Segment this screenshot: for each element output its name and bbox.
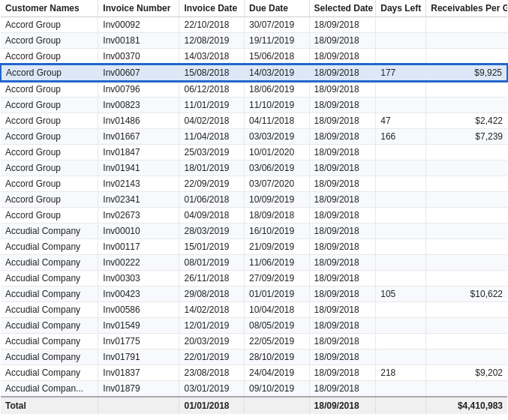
- cell-selected-date: 18/09/2018: [309, 381, 376, 398]
- cell-due-date: 04/11/2018: [245, 113, 310, 129]
- cell-receivables: [426, 318, 507, 334]
- table-row[interactable]: Accord GroupInv0267304/09/201818/09/2018…: [1, 208, 507, 224]
- header-receivables: Receivables Per Group: [426, 0, 507, 17]
- cell-invoice-date: 12/01/2019: [179, 318, 245, 334]
- cell-invoice-date: 14/02/2018: [179, 302, 245, 318]
- cell-receivables: [426, 17, 507, 33]
- cell-customer: Accord Group: [1, 145, 98, 160]
- footer-days-left: [376, 397, 426, 414]
- cell-days-left: 218: [376, 365, 426, 381]
- cell-selected-date: 18/09/2018: [309, 176, 376, 192]
- cell-days-left: [376, 350, 426, 365]
- cell-selected-date: 18/09/2018: [309, 271, 376, 286]
- table-row[interactable]: Accudial CompanyInv0177520/03/201922/05/…: [1, 334, 507, 350]
- cell-receivables: [426, 239, 507, 255]
- cell-receivables: [426, 255, 507, 271]
- cell-customer: Accudial Company: [1, 239, 98, 255]
- cell-invoice-date: 15/01/2019: [179, 239, 245, 255]
- cell-selected-date: 18/09/2018: [309, 208, 376, 224]
- table-row[interactable]: Accudial CompanyInv0154912/01/201908/05/…: [1, 318, 507, 334]
- cell-receivables: [426, 208, 507, 224]
- table-row[interactable]: Accudial CompanyInv0022208/01/201911/06/…: [1, 255, 507, 271]
- cell-days-left: [376, 176, 426, 192]
- cell-due-date: 19/11/2019: [245, 33, 310, 49]
- cell-invoice-num: Inv00092: [98, 17, 179, 33]
- table-row[interactable]: Accord GroupInv0018112/08/201919/11/2019…: [1, 33, 507, 49]
- table-row[interactable]: Accudial CompanyInv0030326/11/201827/09/…: [1, 271, 507, 286]
- table-row[interactable]: Accord GroupInv0037014/03/201815/06/2018…: [1, 49, 507, 65]
- table-row[interactable]: Accudial CompanyInv0042329/08/201801/01/…: [1, 286, 507, 302]
- table-row[interactable]: Accudial Compan...Inv0187903/01/201909/1…: [1, 381, 507, 398]
- cell-invoice-date: 22/09/2019: [179, 176, 245, 192]
- cell-invoice-num: Inv02673: [98, 208, 179, 224]
- footer-due-date: [245, 397, 310, 414]
- table-row[interactable]: Accord GroupInv0184725/03/201910/01/2020…: [1, 145, 507, 160]
- table-row[interactable]: Accord GroupInv0060715/08/201814/03/2019…: [1, 64, 507, 81]
- cell-invoice-num: Inv00370: [98, 49, 179, 65]
- cell-invoice-date: 08/01/2019: [179, 255, 245, 271]
- cell-days-left: [376, 224, 426, 239]
- table-row[interactable]: Accudial CompanyInv0179122/01/201928/10/…: [1, 350, 507, 365]
- cell-selected-date: 18/09/2018: [309, 98, 376, 113]
- table-row[interactable]: Accord GroupInv0079606/12/201818/06/2019…: [1, 81, 507, 98]
- cell-days-left: [376, 98, 426, 113]
- cell-invoice-num: Inv01486: [98, 113, 179, 129]
- cell-receivables: [426, 176, 507, 192]
- cell-invoice-date: 20/03/2019: [179, 334, 245, 350]
- cell-customer: Accudial Company: [1, 334, 98, 350]
- cell-invoice-date: 29/08/2018: [179, 286, 245, 302]
- cell-receivables: [426, 350, 507, 365]
- cell-days-left: [376, 81, 426, 98]
- cell-days-left: [376, 160, 426, 176]
- cell-invoice-date: 12/08/2019: [179, 33, 245, 49]
- footer-invoice-num: [98, 397, 179, 414]
- cell-invoice-num: Inv01549: [98, 318, 179, 334]
- cell-selected-date: 18/09/2018: [309, 160, 376, 176]
- cell-invoice-num: Inv01941: [98, 160, 179, 176]
- cell-selected-date: 18/09/2018: [309, 113, 376, 129]
- table-row[interactable]: Accord GroupInv0194118/01/201903/06/2019…: [1, 160, 507, 176]
- cell-due-date: 16/10/2019: [245, 224, 310, 239]
- cell-customer: Accord Group: [1, 98, 98, 113]
- cell-receivables: [426, 192, 507, 208]
- cell-invoice-num: Inv01791: [98, 350, 179, 365]
- cell-invoice-num: Inv01775: [98, 334, 179, 350]
- table-footer-row: Total 01/01/2018 18/09/2018 $4,410,983: [1, 397, 507, 414]
- table-row[interactable]: Accord GroupInv0009222/10/201830/07/2019…: [1, 17, 507, 33]
- cell-selected-date: 18/09/2018: [309, 81, 376, 98]
- cell-receivables: [426, 98, 507, 113]
- cell-receivables: [426, 224, 507, 239]
- header-invoice-date: Invoice Date: [179, 0, 245, 17]
- cell-due-date: 11/10/2019: [245, 98, 310, 113]
- cell-invoice-date: 25/03/2019: [179, 145, 245, 160]
- cell-invoice-num: Inv00222: [98, 255, 179, 271]
- cell-customer: Accord Group: [1, 49, 98, 65]
- cell-days-left: 166: [376, 129, 426, 145]
- cell-selected-date: 18/09/2018: [309, 49, 376, 65]
- cell-due-date: 14/03/2019: [245, 64, 310, 81]
- cell-invoice-date: 01/06/2018: [179, 192, 245, 208]
- table-row[interactable]: Accudial CompanyInv0001028/03/201916/10/…: [1, 224, 507, 239]
- cell-customer: Accudial Company: [1, 302, 98, 318]
- header-customer-names: Customer Names: [1, 0, 98, 17]
- table-row[interactable]: Accord GroupInv0148604/02/201804/11/2018…: [1, 113, 507, 129]
- cell-invoice-num: Inv01847: [98, 145, 179, 160]
- cell-receivables: [426, 33, 507, 49]
- cell-receivables: $9,925: [426, 64, 507, 81]
- table-row[interactable]: Accudial CompanyInv0011715/01/201921/09/…: [1, 239, 507, 255]
- cell-days-left: [376, 33, 426, 49]
- table-header-row: Customer Names Invoice Number Invoice Da…: [1, 0, 507, 17]
- table-row[interactable]: Accord GroupInv0082311/01/201911/10/2019…: [1, 98, 507, 113]
- cell-customer: Accudial Company: [1, 286, 98, 302]
- cell-selected-date: 18/09/2018: [309, 334, 376, 350]
- table-row[interactable]: Accord GroupInv0166711/04/201803/03/2019…: [1, 129, 507, 145]
- table-row[interactable]: Accord GroupInv0214322/09/201903/07/2020…: [1, 176, 507, 192]
- footer-selected-date: 18/09/2018: [309, 397, 376, 414]
- cell-days-left: [376, 208, 426, 224]
- cell-days-left: 177: [376, 64, 426, 81]
- table-row[interactable]: Accudial CompanyInv0183723/08/201824/04/…: [1, 365, 507, 381]
- table-row[interactable]: Accudial CompanyInv0058614/02/201810/04/…: [1, 302, 507, 318]
- cell-selected-date: 18/09/2018: [309, 318, 376, 334]
- table-row[interactable]: Accord GroupInv0234101/06/201810/09/2019…: [1, 192, 507, 208]
- cell-invoice-num: Inv00823: [98, 98, 179, 113]
